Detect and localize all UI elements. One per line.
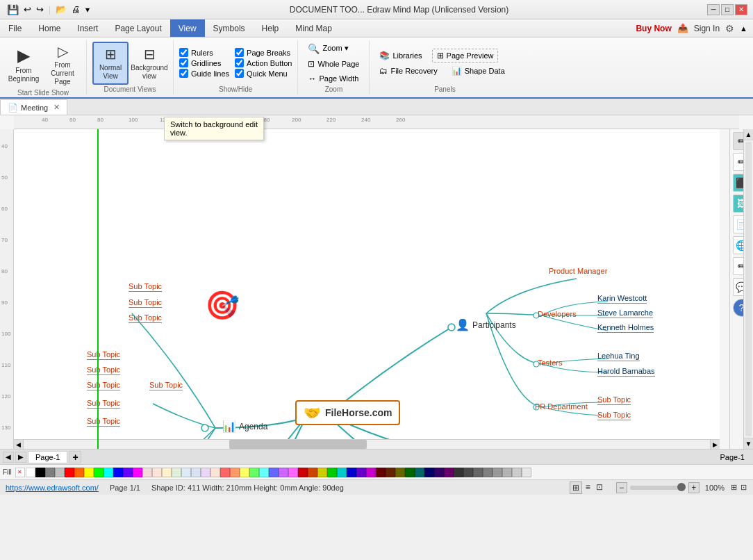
color-swatch[interactable] — [35, 468, 45, 477]
harold-barnabas-node[interactable]: Harold Barnabas — [597, 367, 655, 377]
menu-file[interactable]: File — [0, 19, 30, 37]
color-swatch[interactable] — [415, 468, 424, 477]
from-current-page-button[interactable]: ▷ From CurrentPage — [44, 40, 81, 89]
pr-department-node[interactable]: PR Department — [535, 402, 588, 411]
steve-lamarche-node[interactable]: Steve Lamarche — [597, 308, 653, 318]
action-button-checkbox[interactable]: Action Button — [235, 58, 292, 67]
pr-subtopic-2-node[interactable]: Sub Topic — [597, 411, 631, 420]
status-url[interactable]: https://www.edrawsoft.com/ — [6, 484, 99, 492]
color-swatch[interactable] — [45, 468, 55, 477]
color-swatch[interactable] — [356, 468, 366, 477]
color-swatch[interactable] — [74, 468, 84, 477]
zoom-minus-button[interactable]: − — [616, 482, 627, 493]
color-swatch[interactable] — [347, 468, 356, 477]
page-tab[interactable]: Page-1 — [28, 451, 67, 463]
center-node[interactable]: 🤝 FileHorse.com — [295, 400, 400, 425]
color-swatch[interactable] — [26, 468, 35, 477]
agenda-mid-sub5[interactable]: Sub Topic — [87, 399, 120, 409]
color-swatch[interactable] — [366, 468, 376, 477]
tab-nav-prev[interactable]: ◀ — [3, 452, 14, 463]
zoom-plus-button[interactable]: + — [688, 482, 700, 493]
background-view-button[interactable]: ⊟ Backgroundview — [131, 42, 167, 84]
tab-nav-next[interactable]: ▶ — [15, 452, 26, 463]
minimize-button[interactable]: ─ — [707, 4, 720, 15]
pr-subtopic-1-node[interactable]: Sub Topic — [597, 395, 631, 405]
menu-view[interactable]: View — [170, 19, 205, 37]
zoom-button[interactable]: 🔍 Zoom ▾ — [304, 42, 363, 56]
color-swatch[interactable] — [337, 468, 347, 477]
menu-home[interactable]: Home — [30, 19, 69, 37]
agenda-top-sub2[interactable]: Sub Topic — [129, 298, 162, 308]
color-swatch[interactable] — [386, 468, 395, 477]
product-manager-node[interactable]: Product Manager — [549, 267, 607, 275]
color-swatch[interactable] — [240, 468, 249, 477]
color-swatch[interactable] — [298, 468, 308, 477]
color-swatch[interactable] — [279, 468, 288, 477]
print-icon[interactable]: 🖨 — [70, 3, 82, 16]
testers-node[interactable]: Testers — [538, 359, 562, 367]
grid-view-icon[interactable]: ⊞ — [570, 481, 582, 494]
color-swatch[interactable] — [201, 468, 210, 477]
add-tab-button[interactable]: + — [69, 451, 81, 463]
color-swatch[interactable] — [84, 468, 94, 477]
whole-page-button[interactable]: ⊡ Whole Page — [304, 58, 363, 70]
open-icon[interactable]: 📂 — [54, 3, 68, 16]
color-swatch[interactable] — [191, 468, 201, 477]
color-swatch[interactable] — [327, 468, 337, 477]
gridlines-checkbox[interactable]: Gridlines — [179, 58, 229, 67]
color-swatch[interactable] — [259, 468, 269, 477]
color-swatch[interactable] — [483, 468, 493, 477]
status-icon-1[interactable]: ⊞ — [730, 482, 738, 493]
scroll-thumb[interactable] — [745, 142, 752, 436]
color-swatch[interactable] — [123, 468, 133, 477]
agenda-top-sub3[interactable]: Sub Topic — [129, 313, 162, 323]
quick-menu-checkbox[interactable]: Quick Menu — [235, 69, 292, 78]
collapse-ribbon-icon[interactable]: ▲ — [740, 24, 747, 33]
color-swatch[interactable] — [210, 468, 220, 477]
color-swatch[interactable] — [493, 468, 502, 477]
color-swatch[interactable] — [395, 468, 405, 477]
agenda-top-sub1[interactable]: Sub Topic — [129, 282, 162, 292]
color-swatch[interactable] — [55, 468, 65, 477]
scroll-thumb-h[interactable] — [229, 440, 367, 449]
from-beginning-button[interactable]: ▶ FromBeginning — [6, 43, 42, 87]
color-swatch[interactable] — [142, 468, 152, 477]
color-swatch[interactable] — [152, 468, 162, 477]
menu-insert[interactable]: Insert — [69, 19, 106, 37]
detail-view-icon[interactable]: ⊡ — [594, 481, 605, 494]
color-swatch[interactable] — [162, 468, 172, 477]
normal-view-button[interactable]: ⊞ NormalView — [92, 42, 129, 85]
color-swatch[interactable] — [104, 468, 113, 477]
agenda-mid-sub3[interactable]: Sub Topic — [87, 381, 120, 390]
color-swatch[interactable] — [94, 468, 104, 477]
color-swatch[interactable] — [113, 468, 123, 477]
color-swatch[interactable] — [172, 468, 181, 477]
color-swatch[interactable] — [473, 468, 483, 477]
guide-lines-checkbox[interactable]: Guide lines — [179, 69, 229, 78]
save-icon[interactable]: 💾 — [6, 3, 20, 17]
scroll-track[interactable] — [24, 440, 710, 449]
color-swatch[interactable] — [444, 468, 454, 477]
color-swatch[interactable] — [424, 468, 434, 477]
quick-menu-icon[interactable]: ▾ — [84, 3, 91, 16]
color-swatch[interactable] — [133, 468, 142, 477]
color-swatch[interactable] — [376, 468, 386, 477]
libraries-button[interactable]: 📚 Libraries — [375, 49, 426, 63]
kenneth-holmes-node[interactable]: Kenneth Holmes — [597, 323, 654, 333]
color-swatch[interactable] — [65, 468, 74, 477]
rulers-checkbox[interactable]: Rulers — [179, 48, 229, 57]
agenda-mid-sub2[interactable]: Sub Topic — [87, 365, 120, 375]
scroll-right-button[interactable]: ▶ — [710, 440, 720, 450]
scroll-down-button[interactable]: ▼ — [744, 438, 753, 449]
maximize-button[interactable]: □ — [721, 4, 734, 15]
agenda-mid-sub4[interactable]: Sub Topic — [149, 381, 183, 390]
undo-icon[interactable]: ↩ — [22, 3, 33, 16]
view-mode-grid[interactable]: ⊞ ≡ ⊡ — [570, 481, 605, 494]
color-swatch[interactable] — [308, 468, 317, 477]
sign-in-button[interactable]: Sign In — [694, 24, 720, 33]
karin-westcott-node[interactable]: Karin Westcott — [597, 294, 647, 304]
color-swatch[interactable] — [249, 468, 259, 477]
zoom-slider-thumb[interactable] — [677, 483, 686, 491]
participants-node[interactable]: 👤 Participants — [456, 318, 516, 331]
color-swatch[interactable] — [463, 468, 473, 477]
